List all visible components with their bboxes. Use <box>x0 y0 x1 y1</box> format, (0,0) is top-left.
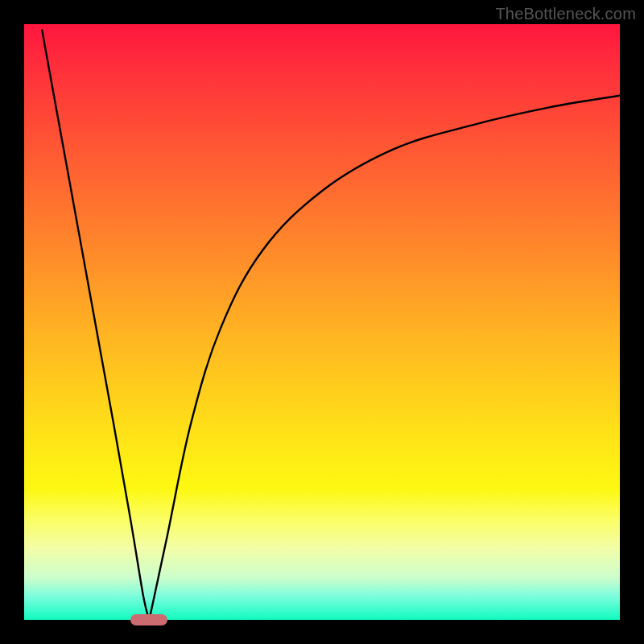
minimum-marker <box>130 614 167 625</box>
curve-layer <box>24 24 620 620</box>
curve-right <box>149 96 620 620</box>
plot-area <box>24 24 620 620</box>
chart-frame: TheBottleneck.com <box>0 0 644 644</box>
curve-left <box>42 30 149 620</box>
watermark-text: TheBottleneck.com <box>495 5 636 23</box>
